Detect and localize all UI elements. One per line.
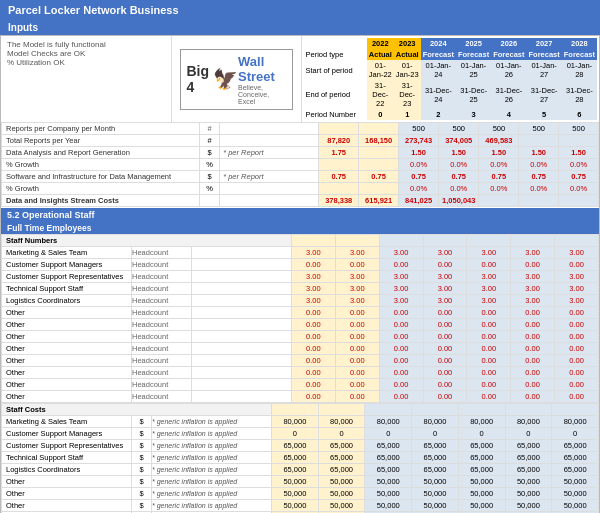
year-2025-header: 2025 (456, 38, 491, 49)
cost-row-8: Other $ * generic inflation is applied 5… (2, 500, 599, 512)
page-header: Parcel Locker Network Business (0, 0, 600, 20)
full-time-header: Full Time Employees (1, 222, 599, 234)
period-2023: Actual (394, 49, 421, 60)
cost-row-2: Customer Support Managers $ * generic in… (2, 428, 599, 440)
inputs-section-label: Inputs (0, 20, 600, 35)
staff-row-5: Logistics Coordinators Headcount 3.00 3.… (2, 295, 599, 307)
cost-row-4: Technical Support Staff $ * generic infl… (2, 452, 599, 464)
staff-costs-header: Staff Costs (2, 404, 599, 416)
staff-row-9: Other Headcount 0.00 0.00 0.00 0.00 0.00… (2, 343, 599, 355)
year-2027-header: 2027 (526, 38, 561, 49)
staff-row-8: Other Headcount 0.00 0.00 0.00 0.00 0.00… (2, 331, 599, 343)
staff-row-12: Other Headcount 0.00 0.00 0.00 0.00 0.00… (2, 379, 599, 391)
staff-row-3: Customer Support Representatives Headcou… (2, 271, 599, 283)
start-period-row: Start of period 01-Jan-22 01-Jan-23 01-J… (304, 60, 598, 80)
eagle-icon: 🦅 (213, 67, 238, 91)
year-2022-header: 2022 (367, 38, 394, 49)
logo-box: Big 4 🦅 Wall Street Believe, Conceive, E… (180, 49, 293, 110)
staff-row-2: Customer Support Managers Headcount 0.00… (2, 259, 599, 271)
model-info-panel: The Model is fully functional Model Chec… (1, 36, 171, 122)
staff-row-13: Other Headcount 0.00 0.00 0.00 0.00 0.00… (2, 391, 599, 403)
period-2024: Forecast (421, 49, 456, 60)
page-wrapper: Parcel Locker Network Business Inputs Th… (0, 0, 600, 513)
year-2024-header: 2024 (421, 38, 456, 49)
staff-row-11: Other Headcount 0.00 0.00 0.00 0.00 0.00… (2, 367, 599, 379)
input-row-1: Reports per Company per Month # 500 500 … (2, 123, 599, 135)
utilization-info: % Utilization OK (7, 58, 165, 67)
period-2027: Forecast (526, 49, 561, 60)
cost-row-7: Other $ * generic inflation is applied 5… (2, 488, 599, 500)
model-checks: Model Checks are OK (7, 49, 165, 58)
page-title: Parcel Locker Network Business (8, 4, 179, 16)
cost-row-3: Customer Support Representatives $ * gen… (2, 440, 599, 452)
staff-numbers-header: Staff Numbers (2, 235, 599, 247)
staff-row-1: Marketing & Sales Team Headcount 3.00 3.… (2, 247, 599, 259)
staff-row-4: Technical Support Staff Headcount 3.00 3… (2, 283, 599, 295)
model-status: The Model is fully functional (7, 40, 165, 49)
input-row-7: Data and Insights Stream Costs 378,338 6… (2, 195, 599, 207)
year-2028-header: 2028 (562, 38, 597, 49)
input-row-4: % Growth % 0.0% 0.0% 0.0% 0.0% 0.0% (2, 159, 599, 171)
cost-row-6: Other $ * generic inflation is applied 5… (2, 476, 599, 488)
logo-big-text: Big 4 (187, 63, 210, 95)
year-info-panel: 2022 2023 2024 2025 2026 2027 2028 Perio… (301, 36, 599, 122)
input-row-3: Data Analysis and Report Generation $ * … (2, 147, 599, 159)
period-type-row: Period type Actual Actual Forecast Forec… (304, 49, 598, 60)
staff-row-7: Other Headcount 0.00 0.00 0.00 0.00 0.00… (2, 319, 599, 331)
logo-sub: Believe, Conceive, Excel (238, 84, 285, 105)
cost-row-5: Logistics Coordinators $ * generic infla… (2, 464, 599, 476)
input-row-6: % Growth % 0.0% 0.0% 0.0% 0.0% 0.0% (2, 183, 599, 195)
staff-row-10: Other Headcount 0.00 0.00 0.00 0.00 0.00… (2, 355, 599, 367)
section-52-header: 5.2 Operational Staff (1, 208, 599, 222)
period-2025: Forecast (456, 49, 491, 60)
period-2028: Forecast (562, 49, 597, 60)
end-period-row: End of period 31-Dec-22 31-Dec-23 31-Dec… (304, 80, 598, 109)
year-2026-header: 2026 (491, 38, 526, 49)
staff-row-6: Other Headcount 0.00 0.00 0.00 0.00 0.00… (2, 307, 599, 319)
year-header-row: 2022 2023 2024 2025 2026 2027 2028 (304, 38, 598, 49)
period-2026: Forecast (491, 49, 526, 60)
cost-row-1: Marketing & Sales Team $ * generic infla… (2, 416, 599, 428)
logo-area: Big 4 🦅 Wall Street Believe, Conceive, E… (171, 36, 301, 122)
period-2022: Actual (367, 49, 394, 60)
input-row-2: Total Reports per Year # 87,820 168,150 … (2, 135, 599, 147)
year-2023-header: 2023 (394, 38, 421, 49)
input-row-5: Software and Infrastructure for Data Man… (2, 171, 599, 183)
logo-name: Wall Street (238, 54, 285, 84)
period-number-row: Period Number 0 1 2 3 4 5 6 (304, 109, 598, 120)
